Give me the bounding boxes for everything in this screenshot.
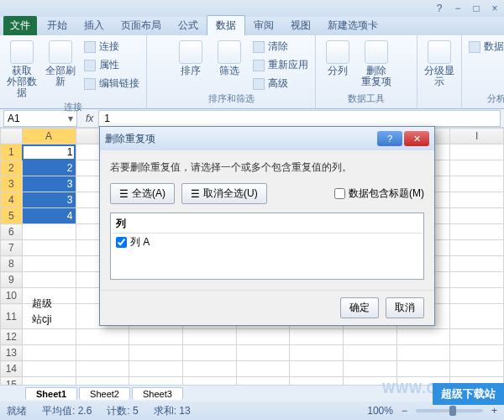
sort-button[interactable]: 排序 [174, 39, 207, 78]
connections-button[interactable]: 连接 [82, 39, 141, 55]
status-bar: 就绪 平均值: 2.6 计数: 5 求和: 13 100% − + [0, 402, 504, 420]
checkbox-input[interactable] [116, 237, 127, 248]
group-outline: 分级显示 [417, 35, 462, 108]
group-label [423, 105, 456, 107]
group-label: 分析 [467, 92, 504, 107]
columns-listbox[interactable]: 列 列 A [110, 213, 424, 280]
col-header[interactable]: I [450, 129, 504, 144]
group-analysis: 数据分析 分析 [462, 35, 504, 108]
edit-icon [84, 78, 96, 90]
site-badge: 超级下载站 [433, 383, 504, 405]
clear-icon [253, 41, 265, 53]
filter-button[interactable]: 筛选 [213, 39, 246, 78]
tab-insert[interactable]: 插入 [76, 16, 113, 35]
refresh-all-button[interactable]: 全部刷新 [44, 39, 77, 89]
sheet-tab[interactable]: Sheet3 [132, 387, 183, 400]
group-label: 连接 [5, 101, 141, 115]
text-to-columns-button[interactable]: 分列 [321, 39, 354, 78]
row-header[interactable]: 11 [1, 304, 23, 329]
dialog-help-button[interactable]: ? [377, 131, 402, 146]
dialog-title: 删除重复项 [105, 132, 155, 146]
clear-button[interactable]: 清除 [251, 39, 310, 55]
group-connections: 获取 外部数据 全部刷新 连接 属性 编辑链接 连接 [0, 35, 147, 108]
restore-icon[interactable]: □ [470, 3, 482, 14]
checkbox-input[interactable] [334, 188, 345, 199]
dialog-close-button[interactable]: ✕ [404, 131, 429, 146]
columns-icon [326, 40, 349, 64]
row-header[interactable]: 6 [1, 224, 23, 240]
cancel-button[interactable]: 取消 [386, 297, 424, 318]
sort-asc-icon[interactable] [152, 39, 169, 66]
list-header: 列 [113, 215, 422, 234]
properties-button[interactable]: 属性 [82, 57, 141, 73]
group-data-tools: 分列 删除 重复项 数据工具 [316, 35, 417, 108]
group-sort-filter: 排序 筛选 清除 重新应用 高级 排序和筛选 [147, 35, 316, 108]
row-header[interactable]: 3 [1, 176, 23, 192]
has-headers-checkbox[interactable]: 数据包含标题(M) [334, 186, 424, 201]
refresh-icon [49, 40, 72, 64]
reapply-icon [253, 60, 265, 71]
sort-desc-icon[interactable] [152, 68, 169, 85]
formula-input[interactable]: 1 [98, 110, 501, 127]
cell-a3[interactable]: 3 [22, 176, 76, 192]
minimize-icon[interactable]: − [452, 3, 464, 14]
status-count: 计数: 5 [107, 404, 138, 418]
zoom-out-icon[interactable]: − [402, 405, 407, 417]
zoom-in-icon[interactable]: + [491, 405, 497, 417]
close-icon[interactable]: × [489, 3, 501, 14]
row-header[interactable]: 4 [1, 192, 23, 208]
outline-button[interactable]: 分级显示 [423, 39, 456, 89]
row-header[interactable]: 12 [1, 329, 23, 345]
reapply-button[interactable]: 重新应用 [251, 57, 310, 73]
row-header[interactable]: 8 [1, 256, 23, 272]
remove-duplicates-button[interactable]: 删除 重复项 [360, 39, 393, 89]
more-icon[interactable] [398, 39, 412, 86]
row-header[interactable]: 9 [1, 272, 23, 288]
group-label: 排序和筛选 [152, 92, 310, 107]
cell-a1[interactable]: 1 [22, 144, 76, 160]
sheet-tab[interactable]: Sheet2 [79, 387, 130, 400]
quick-access-toolbar: ? − □ × [0, 0, 504, 17]
status-sum: 求和: 13 [154, 404, 191, 418]
help-icon[interactable]: ? [433, 3, 445, 14]
tab-home[interactable]: 开始 [39, 16, 76, 35]
edit-links-button[interactable]: 编辑链接 [82, 76, 141, 92]
cell-a2[interactable]: 2 [22, 160, 76, 176]
tab-review[interactable]: 审阅 [245, 16, 282, 35]
unselect-all-button[interactable]: ☰取消全选(U) [181, 183, 267, 204]
get-external-data-button[interactable]: 获取 外部数据 [5, 39, 39, 101]
filter-icon [218, 40, 241, 64]
tab-file[interactable]: 文件 [3, 16, 37, 35]
cell-a5[interactable]: 4 [22, 208, 76, 224]
row-header[interactable]: 10 [1, 288, 23, 304]
list-item[interactable]: 列 A [113, 234, 422, 251]
tab-data[interactable]: 数据 [207, 15, 245, 35]
zoom-slider[interactable] [416, 409, 483, 412]
group-label: 数据工具 [321, 92, 412, 107]
select-all-button[interactable]: ☰全选(A) [110, 183, 175, 204]
advanced-button[interactable]: 高级 [251, 76, 310, 92]
row-header[interactable]: 5 [1, 208, 23, 224]
sort-icon [179, 40, 202, 64]
row-header[interactable]: 13 [1, 345, 23, 361]
select-all-corner[interactable] [1, 129, 23, 144]
tab-view[interactable]: 视图 [282, 16, 319, 35]
dup-icon [365, 40, 388, 64]
row-header[interactable]: 14 [1, 361, 23, 377]
outline-icon [428, 40, 451, 64]
tab-layout[interactable]: 页面布局 [113, 16, 170, 35]
row-header[interactable]: 1 [1, 144, 23, 160]
ok-button[interactable]: 确定 [340, 297, 379, 318]
col-header-a[interactable]: A [22, 129, 76, 144]
row-header[interactable]: 2 [1, 160, 23, 176]
ribbon: 获取 外部数据 全部刷新 连接 属性 编辑链接 连接 排序 筛选 清除 重新应用… [0, 35, 504, 109]
list-icon: ☰ [191, 188, 200, 200]
dialog-titlebar[interactable]: 删除重复项 ? ✕ [100, 127, 434, 150]
analysis-icon [469, 41, 480, 53]
data-analysis-button[interactable]: 数据分析 [467, 39, 504, 55]
tab-custom[interactable]: 新建选项卡 [319, 16, 386, 35]
row-header[interactable]: 7 [1, 240, 23, 256]
sheet-tab[interactable]: Sheet1 [25, 387, 77, 400]
cell-a4[interactable]: 3 [22, 192, 76, 208]
tab-formula[interactable]: 公式 [170, 16, 207, 35]
